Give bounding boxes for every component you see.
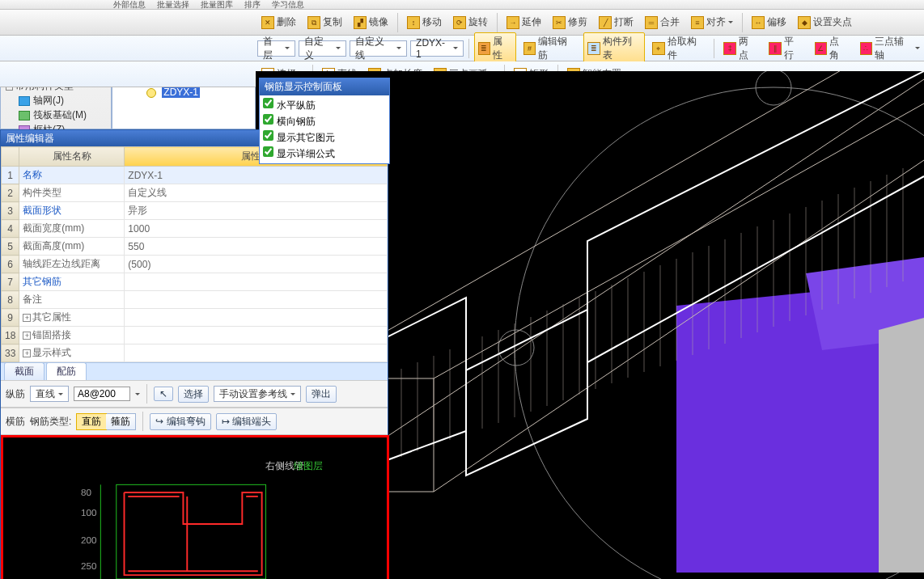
mode-selector[interactable]: 自定义 <box>299 40 346 57</box>
offset-button[interactable]: ↔偏移 <box>748 13 790 32</box>
cursor-tool[interactable]: ↖ <box>154 387 173 401</box>
ribbon-selectors: 首层 自定义 自定义线 ZDYX-1 ≣属性 #编辑钢筋 ≣构件列表 ⌖拾取构件… <box>0 36 924 61</box>
property-editor: 属性编辑器 _ ▣ ✕ 属性名称 属性值 1名称ZDYX-12构件类型自定义线3… <box>0 129 388 579</box>
edit-head-button[interactable]: ↦ 编辑端头 <box>216 413 277 430</box>
tree-node-selected[interactable]: ZDYX-1 <box>117 86 250 99</box>
modeline-selector[interactable]: 自定义线 <box>350 40 407 57</box>
rebar-form-2: 横筋 钢筋类型: 直筋 箍筋 ↪ 编辑弯钩 ↦ 编辑端头 <box>1 408 388 435</box>
rebar-type-label: 钢筋类型: <box>30 415 71 429</box>
ministrip-item[interactable]: 外部信息 <box>113 0 146 10</box>
property-row[interactable]: 33+显示样式 <box>2 344 388 362</box>
component-icon <box>146 88 156 98</box>
svg-text:200: 200 <box>81 535 97 545</box>
property-row[interactable]: 6轴线距左边线距离(500) <box>2 256 388 273</box>
delete-button[interactable]: ✕删除 <box>257 13 300 32</box>
svg-rect-42 <box>117 484 266 579</box>
svg-text:250: 250 <box>81 560 97 571</box>
edit-rebar-button[interactable]: #编辑钢筋 <box>519 32 581 65</box>
grid-icon <box>19 96 30 106</box>
svg-point-1 <box>756 71 791 105</box>
trans-rebar-label: 横筋 <box>6 415 25 429</box>
property-row[interactable]: 2构件类型自定义线 <box>2 184 388 202</box>
property-row[interactable]: 5截面高度(mm)550 <box>2 238 388 256</box>
property-row[interactable]: 18+锚固搭接 <box>2 327 388 344</box>
long-type-select[interactable]: 直线 <box>30 386 69 402</box>
pick-button[interactable]: ⌖拾取构件 <box>648 32 710 65</box>
rebar-type-toggle[interactable]: 直筋 箍筋 <box>76 413 136 430</box>
property-row[interactable]: 8备注 <box>2 291 388 309</box>
extend-button[interactable]: →延伸 <box>502 13 545 32</box>
trim-button[interactable]: ✂修剪 <box>549 13 591 32</box>
rebar-form: 纵筋 直线 ↖ 选择 手动设置参考线 弹出 <box>1 380 388 408</box>
section-rebar-tabs: 截面 配筋 <box>1 362 388 380</box>
complist-toggle[interactable]: ≣构件列表 <box>583 32 645 65</box>
spec-dropdown-icon[interactable] <box>135 393 140 398</box>
checkbox-trans[interactable] <box>263 114 273 125</box>
type-stirrup[interactable]: 箍筋 <box>106 414 135 429</box>
tree-node[interactable]: 筏板基础(M) <box>2 108 109 122</box>
break-button[interactable]: ╱打断 <box>595 13 638 32</box>
align-button[interactable]: ≡对齐 <box>687 13 737 32</box>
svg-text:100: 100 <box>81 507 97 518</box>
svg-point-2 <box>498 330 534 366</box>
rebar-display-title: 钢筋显示控制面板 <box>260 78 389 95</box>
svg-marker-5 <box>879 318 924 573</box>
ministrip-item[interactable]: 批量选择 <box>157 0 189 10</box>
floor-selector[interactable]: 首层 <box>257 40 295 57</box>
merge-button[interactable]: ═合并 <box>641 13 684 32</box>
property-grid[interactable]: 属性名称 属性值 1名称ZDYX-12构件类型自定义线3截面形状异形4截面宽度(… <box>1 146 388 362</box>
property-row[interactable]: 3截面形状异形 <box>2 202 388 220</box>
attributes-toggle[interactable]: ≣属性 <box>474 32 516 65</box>
type-straight[interactable]: 直筋 <box>76 413 107 430</box>
property-row[interactable]: 4截面宽度(mm)1000 <box>2 220 388 238</box>
section-canvas[interactable]: 右侧线管 绿图层 80100 200250 130200 50150 15050 <box>1 435 389 579</box>
top-ministrip: 外部信息 批量选择 批量图库 排序 学习信息 <box>0 0 924 10</box>
mirror-button[interactable]: ▞镜像 <box>350 13 392 32</box>
tab-section[interactable]: 截面 <box>4 362 45 380</box>
popout-button[interactable]: 弹出 <box>306 386 337 403</box>
parallel-button[interactable]: ∥平行 <box>765 32 807 65</box>
ministrip-item[interactable]: 批量图库 <box>201 0 233 10</box>
move-button[interactable]: ↕移动 <box>403 13 446 32</box>
property-row[interactable]: 7其它钢筋 <box>2 273 388 291</box>
ministrip-item[interactable]: 学习信息 <box>272 0 304 10</box>
code-selector[interactable]: ZDYX-1 <box>410 40 464 57</box>
long-rebar-label: 纵筋 <box>6 387 25 401</box>
grip-button[interactable]: ◆设置夹点 <box>794 13 856 32</box>
rebar-display-panel[interactable]: 钢筋显示控制面板 水平纵筋 横向钢筋 显示其它图元 显示详细公式 <box>259 78 390 164</box>
tree-node[interactable]: 轴网(J) <box>2 93 109 108</box>
select-button[interactable]: 选择 <box>178 386 209 403</box>
threeaux-button[interactable]: ∴三点辅轴 <box>856 32 924 65</box>
raft-icon <box>19 111 30 120</box>
rotate-button[interactable]: ⟳旋转 <box>449 13 492 32</box>
refline-select[interactable]: 手动设置参考线 <box>214 386 301 402</box>
checkbox-detail[interactable] <box>263 146 273 157</box>
edit-hook-button[interactable]: ↪ 编辑弯钩 <box>150 413 210 430</box>
tab-rebar[interactable]: 配筋 <box>46 362 87 380</box>
property-row[interactable]: 9+其它属性 <box>2 309 388 327</box>
checkbox-other[interactable] <box>263 130 273 141</box>
copy-button[interactable]: ⧉复制 <box>303 13 346 32</box>
ministrip-item[interactable]: 排序 <box>244 0 261 10</box>
angle-button[interactable]: ∠点角 <box>811 32 853 65</box>
svg-text:绿图层: 绿图层 <box>294 460 323 471</box>
property-row[interactable]: 1名称ZDYX-1 <box>2 167 388 184</box>
checkbox-horiz-long[interactable] <box>263 98 273 108</box>
svg-text:80: 80 <box>81 487 91 497</box>
rebar-spec-input[interactable] <box>74 387 130 401</box>
twopoint-button[interactable]: ‡两点 <box>719 32 761 65</box>
